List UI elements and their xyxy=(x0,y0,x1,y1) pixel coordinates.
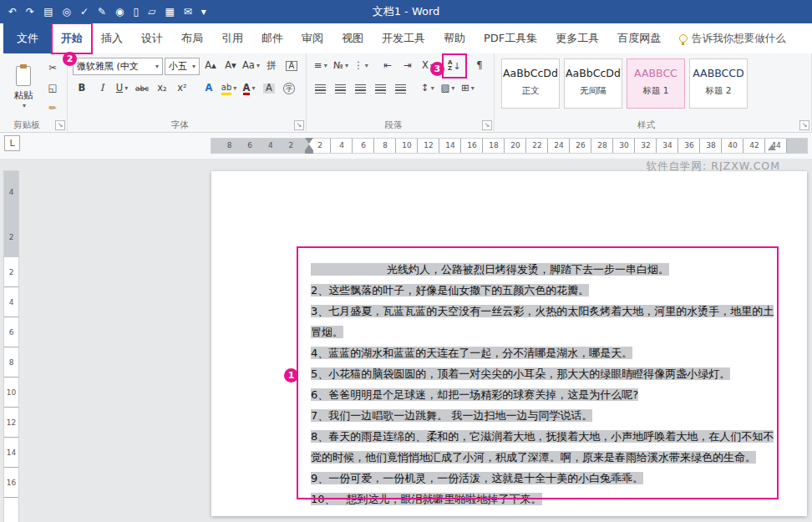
tab-insert[interactable]: 插入 xyxy=(92,23,132,53)
tab-mailings[interactable]: 邮件 xyxy=(252,23,292,53)
tab-review[interactable]: 审阅 xyxy=(292,23,332,53)
selected-text[interactable]: 3、七月盛夏，瓦蓝瓦蓝的天空没有一丝云彩，火热的太阳炙烤着大地，河里的水烫手，地… xyxy=(311,305,774,338)
bullets-button[interactable]: ≡▾ xyxy=(312,57,330,75)
tab-pdf-tools[interactable]: PDF工具集 xyxy=(475,23,546,53)
tab-baidu-netdisk[interactable]: 百度网盘 xyxy=(608,23,670,53)
tab-design[interactable]: 设计 xyxy=(132,23,172,53)
tab-tell-me[interactable]: 告诉我你想要做什么 xyxy=(670,23,795,53)
tab-label: 审阅 xyxy=(302,31,323,46)
multilevel-list-button[interactable]: ⋮▾ xyxy=(352,57,370,75)
left-indent-marker[interactable] xyxy=(305,150,313,154)
highlight-color-button[interactable]: ab▾ xyxy=(220,79,238,98)
open-folder-icon[interactable]: ▱ xyxy=(148,7,155,17)
clipboard-dialog-launcher-icon[interactable]: ↘ xyxy=(55,120,65,130)
redo-icon[interactable]: ↷ xyxy=(26,7,34,17)
tab-help[interactable]: 帮助 xyxy=(434,23,475,53)
underline-button[interactable]: U▾ xyxy=(113,79,131,98)
tab-file[interactable]: 文件 xyxy=(3,23,52,53)
document-line: 8、春天的雨是连绵的、柔和的，它滋润着大地，抚摸着大地，小声地呼唤着大地，在人们… xyxy=(311,426,779,468)
new-document-icon[interactable]: ▯ xyxy=(134,7,140,17)
customize-toolbar-icon[interactable]: ▾ xyxy=(201,7,206,17)
ruler-number: 26 xyxy=(570,139,591,153)
style-heading-2[interactable]: AABBCCD 标题 2 xyxy=(689,58,748,109)
style-heading-1[interactable]: AABBCC 标题 1 xyxy=(627,58,685,109)
italic-button[interactable]: I xyxy=(93,79,111,98)
styles-dialog-launcher-icon[interactable]: ↘ xyxy=(799,120,809,130)
line-spacing-button[interactable]: ↕▾ xyxy=(419,79,437,98)
horizontal-ruler[interactable]: 8642 24681012141618202224262830323436384… xyxy=(211,139,807,153)
paste-button[interactable]: 粘贴 ▾ xyxy=(5,57,42,119)
tab-layout[interactable]: 布局 xyxy=(172,23,212,53)
chevron-down-icon: ▾ xyxy=(124,85,128,92)
increase-indent-button[interactable]: ⇥ xyxy=(398,57,417,75)
document-line: 9、一份可爱，一份机灵，一份活泼，这就是十全十美的小白兔乖乖。 xyxy=(311,468,779,489)
ruler-number: 2 xyxy=(4,257,18,287)
sort-button[interactable]: AZ ↓ xyxy=(445,57,464,75)
decrease-indent-button[interactable]: ⇤ xyxy=(378,57,397,75)
justify-button[interactable] xyxy=(372,79,390,98)
strikethrough-button[interactable]: abc xyxy=(133,79,151,98)
tab-stop-selector[interactable]: L xyxy=(4,135,20,151)
align-center-icon xyxy=(335,84,346,94)
tab-more-tools[interactable]: 更多工具 xyxy=(546,23,608,53)
contacts-icon[interactable]: ◉ xyxy=(115,7,124,17)
selected-text[interactable]: 5、小花猫的脑袋圆圆的，顶着一对尖尖的小耳朵，那大大的绿眼睛瞪得像两盏小绿灯。 xyxy=(311,367,730,380)
selected-text[interactable]: 7、我们一边唱歌一边跳舞。 我一边扫地一边与同学说话。 xyxy=(311,409,592,422)
text-effects-button[interactable]: A xyxy=(200,79,218,98)
email-icon[interactable]: ✉ xyxy=(184,7,192,17)
align-left-button[interactable] xyxy=(312,79,330,98)
change-case-button[interactable]: Aa▾ xyxy=(241,57,261,75)
phonetic-guide-button[interactable]: 拼 xyxy=(262,57,281,75)
grow-font-button[interactable]: A▴ xyxy=(201,57,220,75)
tab-view[interactable]: 视图 xyxy=(332,23,373,53)
print-preview-icon[interactable]: ▤ xyxy=(43,7,53,17)
selected-text[interactable]: 4、蓝蓝的湖水和蓝蓝的天连在了一起，分不清哪是湖水，哪是天。 xyxy=(311,347,632,359)
right-indent-marker[interactable] xyxy=(768,144,776,150)
subscript-button[interactable]: x₂ xyxy=(153,79,171,98)
vertical-ruler[interactable]: 42 246810121416 xyxy=(4,171,18,522)
edit-icon[interactable]: ✎ xyxy=(98,7,106,17)
shading-button[interactable]: ▨▾ xyxy=(439,79,457,98)
tab-home[interactable]: 开始 xyxy=(52,23,92,53)
character-border-button[interactable]: A xyxy=(282,57,301,75)
selected-text[interactable]: 10、一想到这儿，眼泪就噼里啪啦地掉了下来。 xyxy=(311,493,542,505)
format-painter-button[interactable]: ✏ xyxy=(43,99,62,118)
bold-button[interactable]: B xyxy=(73,79,91,98)
style-name: 无间隔 xyxy=(565,85,622,97)
font-color-button[interactable]: A▾ xyxy=(240,79,258,98)
shrink-font-button[interactable]: A▾ xyxy=(221,57,240,75)
superscript-button[interactable]: x² xyxy=(173,79,191,98)
enclose-characters-button[interactable]: 字 xyxy=(280,79,298,98)
document-text: 光线灼人，公路被烈日烤得发烫，脚踏下去一步一串白烟。2、这些飘落的叶子，好像是仙… xyxy=(311,259,779,509)
paragraph-dialog-launcher-icon[interactable]: ↘ xyxy=(482,120,492,130)
document-page[interactable]: 光线灼人，公路被烈日烤得发烫，脚踏下去一步一串白烟。2、这些飘落的叶子，好像是仙… xyxy=(211,171,807,516)
copy-button[interactable]: ◱ xyxy=(43,79,62,98)
selected-text[interactable]: 9、一份可爱，一份机灵，一份活泼，这就是十全十美的小白兔乖乖。 xyxy=(311,472,643,484)
selected-text[interactable]: 6、爸爸明明是个足球迷，却把一场精彩的球赛关掉，这是为什么呢? xyxy=(311,388,638,401)
style-normal[interactable]: AaBbCcDd 正文 xyxy=(501,58,560,109)
show-formatting-marks-button[interactable]: ¶ xyxy=(470,57,489,75)
font-size-combo[interactable]: 小五 ▾ xyxy=(165,58,200,75)
character-shading-button[interactable]: A xyxy=(260,79,278,98)
selected-text[interactable]: 8、春天的雨是连绵的、柔和的，它滋润着大地，抚摸着大地，小声地呼唤着大地，在人们… xyxy=(311,430,774,464)
hanging-indent-marker[interactable] xyxy=(305,144,313,150)
borders-button[interactable]: ⊞▾ xyxy=(459,79,477,98)
style-no-spacing[interactable]: AaBbCcDd 无间隔 xyxy=(564,58,622,109)
tab-developer[interactable]: 开发工具 xyxy=(373,23,434,53)
selected-text[interactable]: 2、这些飘落的叶子，好像是仙女撒下的五颜六色的花瓣。 xyxy=(311,284,589,296)
first-line-indent-marker[interactable] xyxy=(305,138,313,144)
ruler-number: 8 xyxy=(4,347,18,378)
spelling-check-icon[interactable]: ✓ xyxy=(80,7,89,17)
find-icon[interactable]: ◎ xyxy=(62,7,70,17)
font-dialog-launcher-icon[interactable]: ↘ xyxy=(294,120,304,130)
tab-references[interactable]: 引用 xyxy=(212,23,252,53)
undo-icon[interactable]: ↶ xyxy=(8,7,17,17)
numbering-button[interactable]: №▾ xyxy=(332,57,350,75)
align-right-button[interactable] xyxy=(352,79,370,98)
align-center-button[interactable] xyxy=(332,79,350,98)
font-name-combo[interactable]: 微软雅黑 (中文 ▾ xyxy=(73,58,163,75)
cut-button[interactable]: ✂ xyxy=(43,59,62,78)
save-icon[interactable]: ▦ xyxy=(165,7,174,17)
selected-text[interactable]: 光线灼人，公路被烈日烤得发烫，脚踏下去一步一串白烟。 xyxy=(311,263,669,276)
distribute-button[interactable] xyxy=(392,79,410,98)
